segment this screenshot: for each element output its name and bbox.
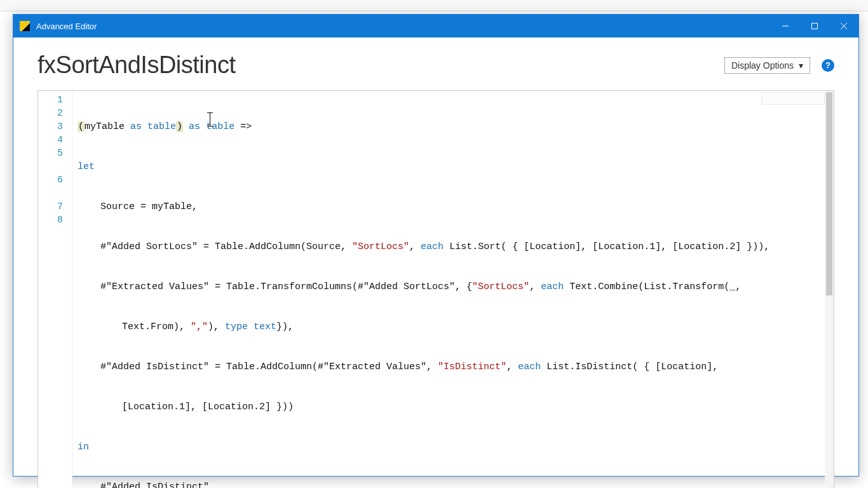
code-line: in [78,440,829,454]
line-number [38,187,72,200]
advanced-editor-dialog: Advanced Editor fxSortAndIsDistinct Disp… [13,14,859,477]
query-name: fxSortAndIsDistinct [37,51,236,79]
code-line: let [78,160,829,173]
scrollbar-thumb[interactable] [826,92,832,295]
header-row: fxSortAndIsDistinct Display Options ▾ ? [37,51,834,79]
code-minimap[interactable] [761,92,825,105]
window-controls [771,15,858,37]
code-line: [Location.1], [Location.2] })) [78,400,829,414]
help-icon[interactable]: ? [822,59,834,72]
text-cursor-icon [210,112,210,126]
vertical-scrollbar[interactable] [825,91,834,488]
code-text-area[interactable]: ((myTable myTable as table) as table => … [72,91,834,488]
code-line: Source = myTable, [78,200,829,214]
line-number: 2 [38,107,72,120]
chevron-down-icon: ▾ [799,60,803,71]
line-number: 3 [38,120,72,133]
maximize-button[interactable] [800,15,829,37]
code-line: #"Added IsDistinct" [78,480,829,488]
line-number: 6 [38,173,72,187]
titlebar: Advanced Editor [13,15,858,37]
code-line: ((myTable myTable as table) as table => [78,120,829,133]
display-options-label: Display Options [731,60,794,71]
app-logo-icon [20,21,30,31]
dialog-content: fxSortAndIsDistinct Display Options ▾ ? … [13,37,858,488]
display-options-dropdown[interactable]: Display Options ▾ [724,57,810,74]
line-number-gutter: 1 2 3 4 5 6 7 8 [38,91,72,488]
minimize-button[interactable] [771,15,800,37]
code-line: #"Extracted Values" = Table.TransformCol… [78,280,829,294]
background-ribbon [0,0,868,11]
line-number: 4 [38,133,72,147]
code-line: Text.From), ","), type text}), [78,320,829,334]
close-button[interactable] [829,15,858,37]
line-number: 5 [38,147,72,160]
svg-rect-1 [812,24,818,29]
code-editor[interactable]: 1 2 3 4 5 6 7 8 ((myTable myTable as tab… [37,90,834,488]
line-number: 8 [38,214,72,227]
line-number: 7 [38,200,72,214]
code-line: #"Added IsDistinct" = Table.AddColumn(#"… [78,360,829,374]
code-line: #"Added SortLocs" = Table.AddColumn(Sour… [78,240,829,254]
line-number [38,160,72,173]
line-number: 1 [38,93,72,107]
window-title: Advanced Editor [36,22,771,31]
